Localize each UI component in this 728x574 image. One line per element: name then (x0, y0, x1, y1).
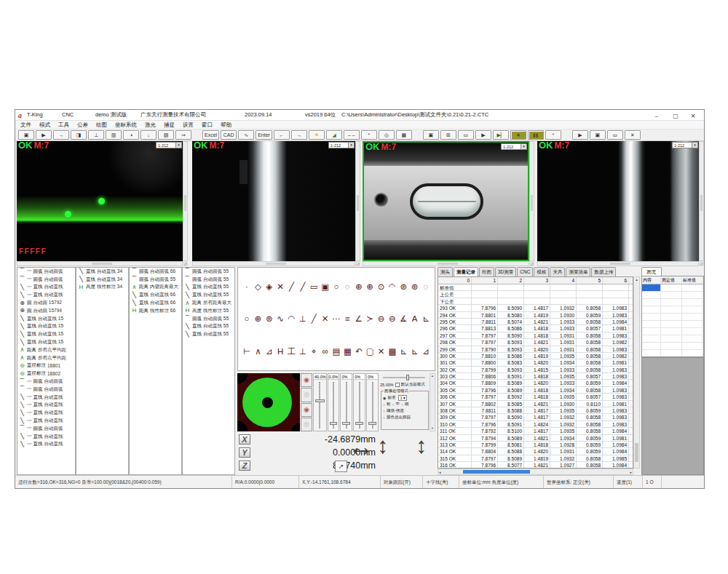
light-bulb-button[interactable]: ☀ (309, 130, 325, 140)
radio-fine[interactable]: ○ (401, 402, 403, 407)
measure-tool-icon[interactable]: ▩ (387, 346, 397, 356)
measure-tool-icon[interactable]: ⊖ (387, 314, 397, 324)
list-item[interactable]: ╲***直线自动直线 (17, 441, 75, 449)
element-row[interactable] (642, 328, 703, 335)
tab-模板[interactable]: 模板 (534, 267, 549, 276)
table-row[interactable]: 301 OK7.88008.50831.48201.09340.80581.09… (438, 359, 633, 366)
measure-tool-icon[interactable]: ⊛ (264, 314, 274, 324)
element-cell[interactable] (642, 299, 661, 306)
hscroll-thumb[interactable] (463, 470, 530, 474)
table-row[interactable]: 298 OK7.87978.50931.48211.09310.80581.09… (438, 339, 633, 346)
list-item[interactable]: ∧距离所有距离最大 (183, 299, 234, 307)
record-fixed-row[interactable]: 标准值 (438, 284, 633, 291)
list-item[interactable]: ⌒***圆弧自动圆弧 (17, 276, 75, 284)
menu-item-9[interactable]: 设置 (183, 121, 194, 129)
menu-item-8[interactable]: 捕捉 (164, 121, 175, 129)
menu-item-11[interactable]: 帮助 (221, 121, 232, 129)
close-button[interactable]: ✕ (684, 111, 703, 121)
measure-tool-icon[interactable]: ╱ (309, 314, 319, 324)
list-item[interactable]: ╲***直线自动直线 (17, 284, 75, 292)
element-cell[interactable] (661, 299, 682, 306)
green-ring-light[interactable] (242, 378, 292, 427)
folder-button[interactable]: ▭ (458, 130, 474, 140)
camera-vscroll[interactable] (183, 141, 188, 261)
default-mode-checkbox[interactable] (395, 383, 400, 387)
list-item[interactable]: ⊕圆自动圆 15792 (17, 299, 75, 307)
measure-tool-icon[interactable]: ⊾ (398, 346, 408, 356)
list-item[interactable]: ⌒圆弧自动圆弧 66 (130, 268, 181, 276)
measure-tool-icon[interactable]: ⊥ (298, 314, 308, 324)
tab-3D测量[interactable]: 3D测量 (495, 267, 516, 276)
list-item[interactable]: ⊕圆自动圆 15794 (17, 307, 75, 315)
element-cell[interactable] (642, 343, 661, 349)
measure-tool-icon[interactable]: ≡ (342, 314, 352, 324)
menu-item-2[interactable]: 模式 (39, 121, 50, 129)
table-row[interactable]: 295 OK7.88118.50741.48211.09330.80581.09… (438, 319, 633, 325)
slider-thumb[interactable] (342, 422, 350, 425)
dash-button[interactable]: – – (344, 130, 360, 140)
list-item[interactable]: ╲直线自动直线 66 (130, 291, 181, 299)
element-cell[interactable] (682, 350, 703, 356)
grid-button[interactable]: ▥ (106, 130, 122, 140)
measure-tool-icon[interactable]: ⊾ (410, 346, 420, 356)
table-row[interactable]: 307 OK7.88028.50851.48211.09300.81101.09… (438, 401, 633, 407)
measure-tool-icon[interactable]: ✕ (320, 314, 331, 324)
element-cell[interactable] (661, 343, 682, 349)
ring-light-button-4[interactable]: ◎ (301, 418, 312, 431)
tab-测量清单[interactable]: 测量清单 (566, 267, 590, 276)
magnifier-button[interactable]: ◎ (379, 130, 395, 140)
menu-item-1[interactable]: 文件 (20, 121, 31, 129)
table-row[interactable]: 306 OK7.87978.50921.48181.09350.80571.09… (438, 394, 633, 400)
camera-resize-grip[interactable]: ◿ (699, 261, 704, 266)
measure-tool-icon[interactable]: ⋯ (331, 314, 341, 324)
camera-vscroll[interactable] (355, 141, 360, 261)
step-back-button[interactable]: ← (274, 130, 290, 140)
table-row[interactable]: 302 OK7.87998.50931.48151.09330.80581.09… (438, 367, 633, 373)
list-item[interactable]: ╲***直线自动直线 (17, 394, 75, 402)
measure-tool-icon[interactable]: ∿ (275, 314, 285, 324)
measure-tool-icon[interactable]: ⊛ (410, 282, 420, 292)
measure-tool-icon[interactable]: ∞ (320, 346, 331, 356)
camera-zoom-combo[interactable]: 1-212▾ (501, 143, 527, 150)
measure-tool-icon[interactable]: ⌖ (309, 346, 319, 356)
list-item[interactable]: ╲直线自动直线 55 (183, 284, 234, 292)
x-axis-icon[interactable]: X (239, 434, 250, 445)
list-item[interactable]: ⌒圆弧自动圆弧 55 (130, 276, 181, 284)
jog-z-icon[interactable]: ↕ (416, 433, 427, 459)
pattern-button[interactable]: ▨ (158, 130, 174, 140)
element-cell[interactable] (642, 321, 661, 327)
camera-vscroll[interactable] (699, 141, 704, 261)
element-row[interactable] (642, 306, 703, 314)
copy-button[interactable]: ⊞ (440, 130, 456, 140)
light-slider-5[interactable]: 0% (366, 373, 379, 431)
list-item[interactable]: ╲直线自动直线 15 (17, 323, 75, 331)
save-button[interactable]: ▣ (18, 130, 34, 140)
table-row[interactable]: 300 OK7.88108.50861.48191.09350.80581.09… (438, 353, 633, 359)
tab-绘图[interactable]: 绘图 (479, 267, 494, 276)
save-2-button[interactable]: ▣ (423, 130, 439, 140)
radio-standard[interactable]: ◉ (383, 396, 386, 400)
ring-light-button-1[interactable]: ◉ (301, 373, 312, 387)
trend-graph-button[interactable]: ↗ (335, 461, 347, 472)
element-cell[interactable] (642, 328, 661, 335)
element-cell[interactable] (661, 306, 682, 313)
measure-tool-icon[interactable]: ╱ (298, 282, 308, 292)
light-slider-3[interactable]: 0% (340, 373, 352, 431)
measure-tool-icon[interactable]: A (410, 314, 420, 324)
table-row[interactable]: 294 OK7.88018.50801.48191.09300.80591.09… (438, 312, 633, 319)
element-cell[interactable] (682, 335, 703, 342)
radio-coarse[interactable]: ○ (383, 402, 385, 407)
slider-thumb[interactable] (315, 399, 325, 402)
menu-item-6[interactable]: 坐标系统 (115, 121, 137, 129)
list-item[interactable]: ╲直线自动直线 55 (183, 323, 234, 331)
focus-down-button[interactable]: ↓ (141, 130, 157, 140)
measure-tool-icon[interactable]: ◌ (421, 282, 431, 292)
element-row[interactable] (642, 343, 703, 350)
list-item[interactable]: ⌒***圆弧自动圆弧 (17, 425, 75, 433)
y-axis-icon[interactable]: Y (239, 447, 250, 458)
list-item[interactable]: ╲***直线自动直线 (17, 291, 75, 299)
list-item[interactable]: ⌒***圆弧自动圆弧 (17, 268, 75, 276)
list-item[interactable]: ╲直线自动直线 15 (17, 330, 75, 338)
table-row[interactable]: 311 OK7.87928.51001.48171.09350.80581.09… (438, 428, 633, 434)
element-row[interactable] (642, 314, 703, 321)
